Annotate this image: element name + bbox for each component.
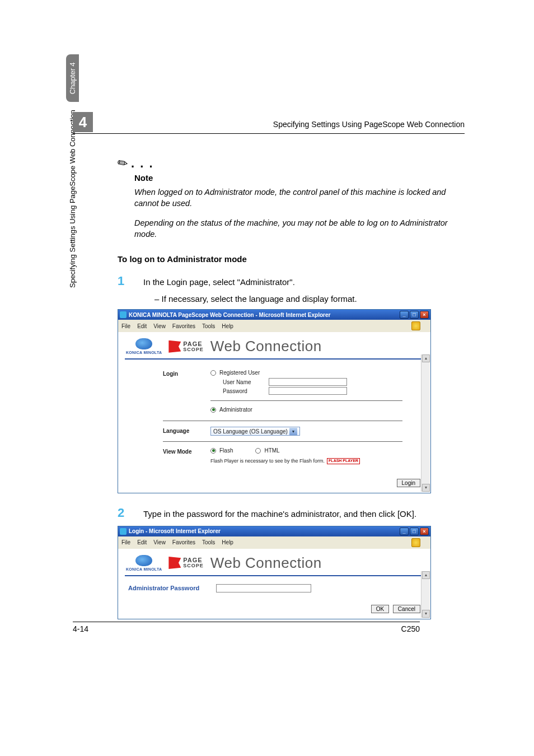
side-chapter-label: Chapter 4 bbox=[66, 54, 79, 102]
konica-text: KONICA MINOLTA bbox=[126, 567, 162, 571]
browser-window-1: KONICA MINOLTA PageScope Web Connection … bbox=[118, 309, 431, 493]
step-1: 1 In the Login page, select "Administrat… bbox=[118, 274, 465, 288]
scroll-down-button[interactable]: ▾ bbox=[422, 610, 430, 618]
browser-1-content: ▴ ▾ KONICA MINOLTA PAGE SCOPE Web Connec… bbox=[118, 332, 430, 492]
menu-tools[interactable]: Tools bbox=[202, 539, 215, 545]
close-button[interactable]: × bbox=[420, 528, 429, 535]
page-body: 4 Specifying Settings Using PageScope We… bbox=[73, 112, 465, 632]
titlebar-2-text: Login - Microsoft Internet Explorer bbox=[129, 528, 400, 534]
scrollbar[interactable]: ▴ ▾ bbox=[421, 571, 430, 618]
step-2: 2 Type in the password for the machine's… bbox=[118, 506, 465, 520]
cancel-button[interactable]: Cancel bbox=[393, 605, 420, 613]
page-footer: 4-14 C250 bbox=[73, 622, 420, 633]
page-header: 4 Specifying Settings Using PageScope We… bbox=[73, 112, 465, 134]
registered-user-label: Registered User bbox=[219, 370, 260, 376]
note-label: Note bbox=[134, 173, 465, 183]
close-button[interactable]: × bbox=[420, 311, 429, 319]
scroll-up-button[interactable]: ▴ bbox=[422, 354, 430, 362]
minimize-button[interactable]: _ bbox=[400, 528, 409, 535]
titlebar-1-text: KONICA MINOLTA PageScope Web Connection … bbox=[129, 312, 400, 318]
menu-help[interactable]: Help bbox=[222, 323, 233, 329]
administrator-label: Administrator bbox=[219, 407, 252, 413]
maximize-button[interactable]: □ bbox=[410, 528, 419, 535]
ok-button[interactable]: OK bbox=[371, 605, 389, 613]
footer-page: 4-14 bbox=[73, 624, 88, 633]
note-paragraph-2: Depending on the status of the machine, … bbox=[134, 218, 465, 240]
pagescope-logo: PAGE SCOPE bbox=[168, 557, 204, 569]
globe-icon bbox=[135, 555, 152, 566]
admin-password-input[interactable] bbox=[216, 584, 311, 592]
language-label: Language bbox=[163, 427, 210, 434]
titlebar-1: KONICA MINOLTA PageScope Web Connection … bbox=[118, 310, 430, 320]
html-label: HTML bbox=[264, 447, 279, 454]
scroll-down-button[interactable]: ▾ bbox=[422, 484, 430, 492]
globe-icon bbox=[135, 338, 152, 349]
radio-flash[interactable] bbox=[210, 448, 216, 454]
subheading: To log on to Administrator mode bbox=[118, 254, 465, 264]
login-form: Login Registered User User Name Password bbox=[118, 360, 430, 475]
ie-icon bbox=[120, 311, 127, 318]
radio-registered-user[interactable] bbox=[210, 370, 216, 376]
ie-throbber-icon bbox=[411, 538, 420, 547]
username-label: User Name bbox=[223, 379, 262, 385]
note-paragraph-1: When logged on to Administrator mode, th… bbox=[134, 187, 465, 209]
flag-icon bbox=[168, 340, 181, 353]
konica-text: KONICA MINOLTA bbox=[126, 351, 162, 354]
menubar-1: File Edit View Favorites Tools Help bbox=[118, 320, 430, 332]
maximize-button[interactable]: □ bbox=[410, 311, 419, 319]
flash-player-badge: FLASH PLAYER bbox=[327, 458, 360, 464]
scroll-up-button[interactable]: ▴ bbox=[422, 571, 430, 579]
konica-logo: KONICA MINOLTA bbox=[126, 555, 162, 571]
note-dots: . . . bbox=[131, 156, 154, 171]
step-2-text: Type in the password for the machine's a… bbox=[143, 506, 465, 520]
menu-help[interactable]: Help bbox=[222, 539, 233, 545]
admin-password-label: Administrator Password bbox=[128, 585, 199, 591]
username-input[interactable] bbox=[269, 378, 347, 386]
flag-icon bbox=[168, 557, 181, 569]
divider-2 bbox=[163, 421, 402, 421]
ie-throbber-icon bbox=[411, 321, 420, 330]
ps-line2: SCOPE bbox=[183, 563, 204, 568]
note-icon-row: ✎ . . . bbox=[118, 156, 465, 171]
banner-2: KONICA MINOLTA PAGE SCOPE Web Connection bbox=[118, 549, 430, 575]
pen-icon: ✎ bbox=[114, 155, 131, 172]
language-value: OS Language (OS Language) bbox=[213, 428, 288, 435]
titlebar-2: Login - Microsoft Internet Explorer _ □ … bbox=[118, 526, 430, 536]
viewmode-label: View Mode bbox=[163, 447, 210, 455]
language-select[interactable]: OS Language (OS Language) ▼ bbox=[210, 427, 300, 436]
radio-administrator[interactable] bbox=[210, 407, 216, 413]
chevron-down-icon: ▼ bbox=[289, 428, 297, 435]
web-connection-text: Web Connection bbox=[210, 338, 322, 355]
menu-favorites[interactable]: Favorites bbox=[172, 323, 195, 329]
step-1-text: In the Login page, select "Administrator… bbox=[143, 274, 465, 288]
footer-model: C250 bbox=[401, 624, 420, 633]
ps-line1: PAGE bbox=[183, 340, 202, 347]
browser-2-content: ▴ ▾ KONICA MINOLTA PAGE SCOPE Web Connec… bbox=[118, 549, 430, 619]
menu-edit[interactable]: Edit bbox=[137, 323, 147, 329]
password-label: Password bbox=[223, 388, 262, 394]
login-label: Login bbox=[163, 370, 210, 377]
menu-view[interactable]: View bbox=[153, 323, 166, 329]
step-1-number: 1 bbox=[118, 274, 143, 288]
menu-tools[interactable]: Tools bbox=[202, 323, 215, 329]
menubar-2: File Edit View Favorites Tools Help bbox=[118, 536, 430, 549]
step-2-number: 2 bbox=[118, 506, 143, 520]
scrollbar[interactable]: ▴ ▾ bbox=[421, 354, 430, 491]
ie-icon bbox=[120, 528, 127, 535]
menu-favorites[interactable]: Favorites bbox=[172, 539, 195, 545]
login-button[interactable]: Login bbox=[397, 479, 420, 487]
menu-file[interactable]: File bbox=[121, 323, 130, 329]
minimize-button[interactable]: _ bbox=[400, 311, 409, 319]
menu-view[interactable]: View bbox=[153, 539, 166, 545]
password-input[interactable] bbox=[269, 387, 347, 395]
radio-html[interactable] bbox=[255, 448, 261, 454]
divider-3 bbox=[163, 441, 402, 442]
flash-note: Flash Player is necessary to see by the … bbox=[210, 458, 325, 464]
konica-logo: KONICA MINOLTA bbox=[126, 338, 162, 354]
divider-1 bbox=[210, 400, 402, 401]
browser-window-2: Login - Microsoft Internet Explorer _ □ … bbox=[118, 526, 431, 619]
menu-edit[interactable]: Edit bbox=[137, 539, 147, 545]
menu-file[interactable]: File bbox=[121, 539, 130, 545]
step-1-substep-text: If necessary, select the language and di… bbox=[162, 294, 357, 304]
header-title: Specifying Settings Using PageScope Web … bbox=[100, 120, 465, 132]
